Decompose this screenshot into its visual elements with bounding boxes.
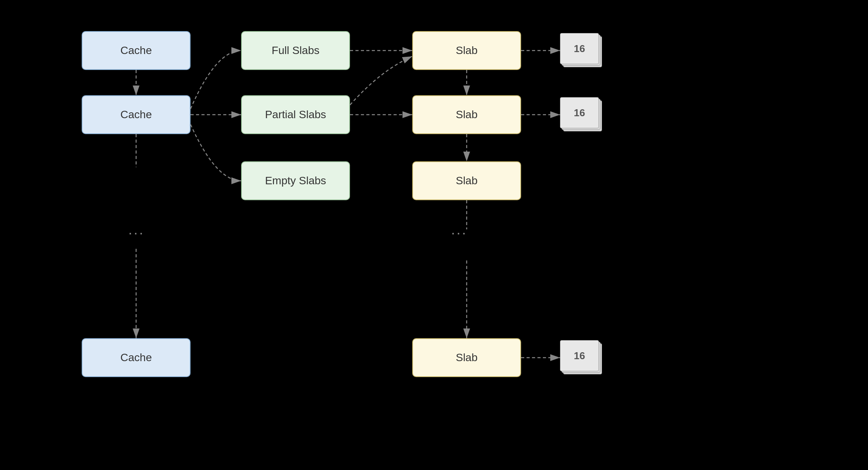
objects-label-3: 16 [574,350,585,362]
diagram: Cache Cache Cache Full Slabs Partial Sla… [0,0,868,470]
arrow-cache2-emptyslabs [191,124,241,181]
full-slabs-label: Full Slabs [272,44,320,57]
cache-label-1: Cache [121,44,152,57]
slab-box-3: Slab [412,161,521,200]
slab-box-4: Slab [412,338,521,377]
cache-box-3: Cache [82,338,191,377]
dots-left: ... [128,222,145,238]
dots-right: ... [451,222,467,238]
slab-label-2: Slab [456,108,478,121]
empty-slabs-box: Empty Slabs [241,161,350,200]
slab-label-1: Slab [456,44,478,57]
objects-label-1: 16 [574,43,585,55]
slab-label-4: Slab [456,351,478,364]
cache-label-2: Cache [121,108,152,121]
partial-slabs-label: Partial Slabs [265,108,326,121]
partial-slabs-box: Partial Slabs [241,95,350,134]
objects-label-2: 16 [574,107,585,119]
objects-stack-2: 16 [560,97,603,130]
arrow-partialslabs-slab1 [350,56,412,105]
cache-box-2: Cache [82,95,191,134]
full-slabs-box: Full Slabs [241,31,350,70]
slab-label-3: Slab [456,175,478,187]
objects-stack-1: 16 [560,33,603,66]
arrow-cache2-fullslabs [191,51,241,109]
objects-stack-3: 16 [560,340,603,373]
cache-label-3: Cache [121,351,152,364]
cache-box-1: Cache [82,31,191,70]
slab-box-2: Slab [412,95,521,134]
empty-slabs-label: Empty Slabs [265,175,326,187]
slab-box-1: Slab [412,31,521,70]
